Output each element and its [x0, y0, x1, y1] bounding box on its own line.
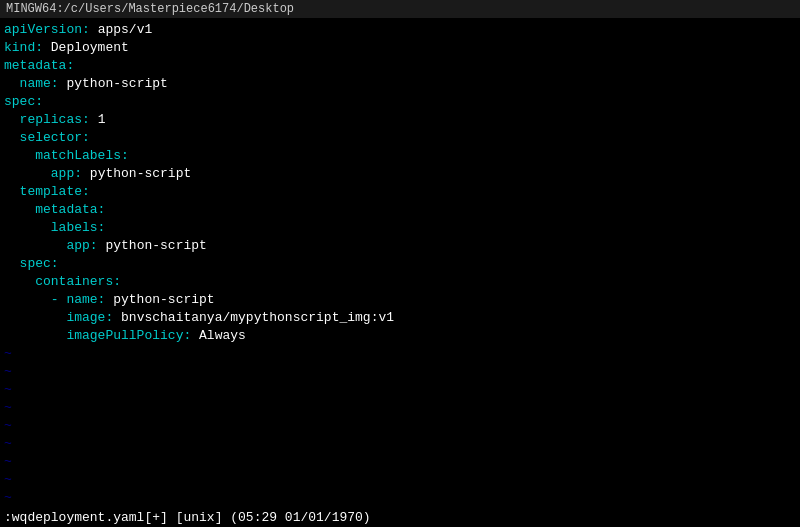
line: containers:: [0, 272, 800, 290]
line: name: python-script: [0, 74, 800, 92]
line: replicas: 1: [0, 110, 800, 128]
line: ~: [0, 362, 800, 380]
line: ~: [0, 434, 800, 452]
title-bar: MINGW64:/c/Users/Masterpiece6174/Desktop: [0, 0, 800, 18]
line: ~: [0, 398, 800, 416]
line: app: python-script: [0, 164, 800, 182]
line: ~: [0, 452, 800, 470]
line: labels:: [0, 218, 800, 236]
editor-area[interactable]: apiVersion: apps/v1kind: Deploymentmetad…: [0, 18, 800, 508]
line: ~: [0, 470, 800, 488]
line: metadata:: [0, 200, 800, 218]
command-text: :wq: [4, 510, 27, 525]
line: template:: [0, 182, 800, 200]
line: ~: [0, 380, 800, 398]
line: selector:: [0, 128, 800, 146]
line: apiVersion: apps/v1: [0, 20, 800, 38]
line: ~: [0, 344, 800, 362]
line: spec:: [0, 254, 800, 272]
title-text: MINGW64:/c/Users/Masterpiece6174/Desktop: [6, 2, 294, 16]
line: matchLabels:: [0, 146, 800, 164]
line: imagePullPolicy: Always: [0, 326, 800, 344]
line: app: python-script: [0, 236, 800, 254]
status-bar: :wq deployment.yaml[+] [unix] (05:29 01/…: [0, 508, 800, 527]
line: spec:: [0, 92, 800, 110]
status-text: deployment.yaml[+] [unix] (05:29 01/01/1…: [27, 510, 370, 525]
line: ~: [0, 488, 800, 506]
line: - name: python-script: [0, 290, 800, 308]
line: kind: Deployment: [0, 38, 800, 56]
line: image: bnvschaitanya/mypythonscript_img:…: [0, 308, 800, 326]
line: metadata:: [0, 56, 800, 74]
line: ~: [0, 416, 800, 434]
